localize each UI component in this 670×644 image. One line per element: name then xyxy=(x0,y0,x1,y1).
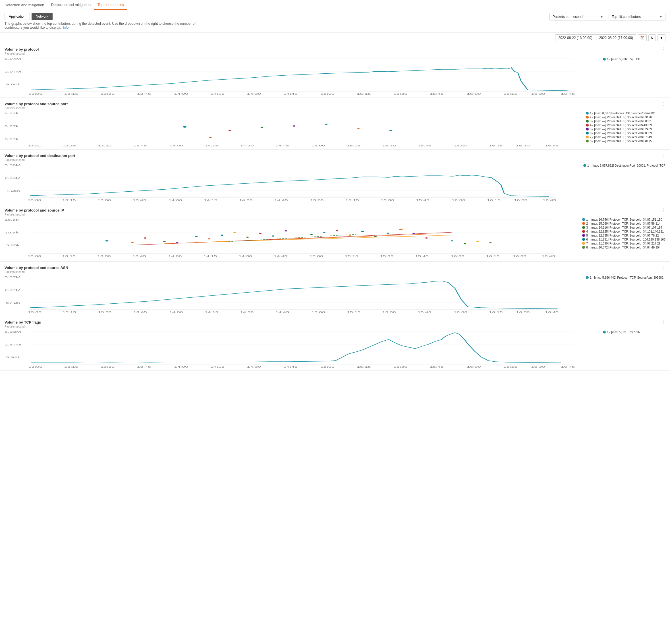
svg-text:13:00: 13:00 xyxy=(28,365,43,368)
svg-point-112 xyxy=(425,237,428,238)
svg-text:15:00: 15:00 xyxy=(310,199,324,201)
svg-text:14:15: 14:15 xyxy=(204,199,217,201)
svg-text:2.97M: 2.97M xyxy=(4,289,21,291)
svg-text:13:30: 13:30 xyxy=(98,311,111,314)
tab-contributors[interactable]: Top contributors xyxy=(94,0,128,10)
svg-point-32 xyxy=(261,127,263,128)
svg-text:13:00: 13:00 xyxy=(28,311,41,314)
svg-text:14:00: 14:00 xyxy=(168,255,182,258)
svg-text:13:45: 13:45 xyxy=(133,144,147,147)
chart2-more[interactable]: ⋮ xyxy=(661,101,666,107)
svg-text:10.5k: 10.5k xyxy=(4,231,19,234)
svg-text:8.67k: 8.67k xyxy=(4,125,19,128)
svg-text:14:30: 14:30 xyxy=(247,92,261,95)
application-tab-btn[interactable]: Application xyxy=(4,13,30,20)
svg-point-93 xyxy=(176,242,178,244)
svg-text:16:00: 16:00 xyxy=(454,311,467,314)
svg-point-116 xyxy=(489,242,492,244)
settings-dropdown-btn[interactable]: ▼ xyxy=(657,35,666,41)
svg-point-110 xyxy=(399,229,402,230)
svg-text:13:45: 13:45 xyxy=(133,311,147,314)
svg-text:15:00: 15:00 xyxy=(310,255,323,258)
svg-text:14:45: 14:45 xyxy=(283,92,298,95)
svg-text:14:00: 14:00 xyxy=(174,365,188,368)
svg-text:13:15: 13:15 xyxy=(64,92,79,95)
chart1-more[interactable]: ⋮ xyxy=(661,47,666,52)
chart3-legend: 1 - [max: 5,857,832] DestinationPort=200… xyxy=(583,162,666,203)
chart5-legend: 1 - [max: 5,866,442] Protocol=TCP, Sourc… xyxy=(586,274,666,315)
info-link[interactable]: Info xyxy=(63,26,68,29)
svg-text:2.97M: 2.97M xyxy=(4,70,21,73)
svg-text:15:30: 15:30 xyxy=(380,199,394,201)
refresh-btn[interactable]: ↻ xyxy=(648,35,656,41)
svg-text:13:45: 13:45 xyxy=(133,255,146,258)
chart6-legend: 1 - [max: 5,331,679] SYN xyxy=(603,329,666,369)
svg-text:13:30: 13:30 xyxy=(97,255,111,258)
svg-point-33 xyxy=(229,130,231,131)
network-tab-btn[interactable]: Network xyxy=(31,13,53,20)
svg-text:16:30: 16:30 xyxy=(516,144,530,147)
svg-point-101 xyxy=(284,230,287,232)
chart-volume-by-dest-port: Volume by protocol and destination port … xyxy=(0,149,670,204)
svg-text:67.2k: 67.2k xyxy=(6,301,20,304)
svg-point-98 xyxy=(246,237,249,238)
contributors-dropdown[interactable]: Top 10 contributors ▼ xyxy=(608,13,666,21)
chart4-more[interactable]: ⋮ xyxy=(661,208,666,213)
calendar-icon-btn[interactable]: 📅 xyxy=(638,35,647,41)
svg-point-35 xyxy=(357,128,360,129)
svg-text:13:15: 13:15 xyxy=(62,255,76,258)
chart4-subtitle: Packets/second xyxy=(4,213,666,216)
svg-text:16:45: 16:45 xyxy=(561,92,575,95)
svg-text:14:00: 14:00 xyxy=(169,311,183,314)
svg-text:15:45: 15:45 xyxy=(416,199,429,201)
tab-detection[interactable]: Detection and mitigation xyxy=(48,0,94,10)
svg-text:13:15: 13:15 xyxy=(62,199,76,201)
svg-point-36 xyxy=(293,126,295,127)
svg-text:15:30: 15:30 xyxy=(382,144,396,147)
metric-dropdown-arrow: ▼ xyxy=(600,15,603,18)
metric-dropdown[interactable]: Packets per second ▼ xyxy=(549,13,606,21)
svg-text:14:00: 14:00 xyxy=(169,144,183,147)
svg-text:5.94M: 5.94M xyxy=(4,57,21,60)
svg-text:14:15: 14:15 xyxy=(205,311,218,314)
svg-text:15:15: 15:15 xyxy=(345,255,359,258)
svg-text:13:45: 13:45 xyxy=(137,365,151,368)
svg-text:16:15: 16:15 xyxy=(503,365,517,368)
date-arrow: → xyxy=(594,36,598,40)
svg-text:16:15: 16:15 xyxy=(486,255,500,258)
svg-text:15:15: 15:15 xyxy=(347,311,360,314)
svg-text:15:00: 15:00 xyxy=(320,365,335,368)
svg-text:3.85k: 3.85k xyxy=(6,244,20,247)
svg-text:13:30: 13:30 xyxy=(98,144,111,147)
svg-point-115 xyxy=(477,241,479,242)
svg-text:15:45: 15:45 xyxy=(418,144,431,147)
svg-text:15:45: 15:45 xyxy=(418,311,431,314)
chart-volume-by-source-asn: Volume by protocol and source ASN ⋮ Pack… xyxy=(0,262,670,316)
date-range[interactable]: 2022-08-22 (13:00:00) → 2022-08-22 (17:0… xyxy=(555,35,636,41)
svg-text:13:00: 13:00 xyxy=(28,92,43,95)
svg-text:13:45: 13:45 xyxy=(133,199,146,201)
svg-point-104 xyxy=(323,232,325,233)
svg-text:9.00k: 9.00k xyxy=(6,83,21,86)
header-title: Detection and mitigation xyxy=(4,3,44,7)
svg-point-113 xyxy=(451,240,453,241)
header: Detection and mitigation Detection and m… xyxy=(0,0,670,10)
svg-text:14:45: 14:45 xyxy=(274,255,287,258)
svg-text:14:00: 14:00 xyxy=(169,199,182,201)
svg-point-103 xyxy=(310,234,313,235)
svg-text:13:00: 13:00 xyxy=(28,255,41,258)
svg-text:14:30: 14:30 xyxy=(239,199,253,201)
chart6-more[interactable]: ⋮ xyxy=(661,319,666,325)
chart5-more[interactable]: ⋮ xyxy=(661,265,666,271)
svg-point-114 xyxy=(464,243,466,244)
svg-text:13:30: 13:30 xyxy=(100,92,115,95)
chart3-more[interactable]: ⋮ xyxy=(661,153,666,158)
svg-text:15:30: 15:30 xyxy=(382,311,396,314)
chart2-legend: 1 - [max: 8,667] Protocol=TCP, SourcePor… xyxy=(586,110,666,148)
svg-text:14:15: 14:15 xyxy=(211,365,225,368)
svg-text:16:00: 16:00 xyxy=(467,92,481,95)
svg-text:16:30: 16:30 xyxy=(531,365,545,368)
svg-text:14:00: 14:00 xyxy=(174,92,188,95)
svg-text:16:30: 16:30 xyxy=(514,199,527,201)
svg-point-102 xyxy=(297,237,300,238)
